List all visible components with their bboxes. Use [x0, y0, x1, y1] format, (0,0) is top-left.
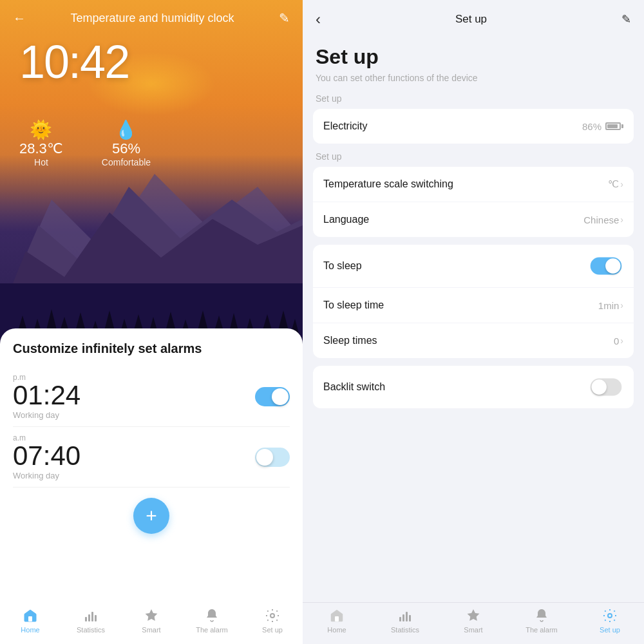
svg-point-28: [270, 614, 274, 618]
section-label-2: Set up: [316, 151, 631, 162]
weather-background: ← Temperature and humidity clock ✎ 10:42…: [0, 0, 303, 348]
temperature-scale-label: Temperature scale switching: [323, 178, 453, 190]
svg-rect-32: [406, 612, 408, 621]
electricity-value: 86%: [582, 121, 623, 132]
star-icon-left: [144, 608, 159, 623]
section-label-1: Set up: [316, 93, 631, 104]
nav-setup-right[interactable]: Set up: [591, 608, 629, 634]
svg-rect-25: [88, 614, 90, 621]
edit-icon-left[interactable]: ✎: [279, 10, 290, 26]
sleep-times-text: 0: [614, 336, 619, 346]
nav-label-setup-left: Set up: [262, 626, 283, 634]
right-panel: ‹ Set up ✎ Set up You can set other func…: [303, 0, 644, 644]
backlit-toggle[interactable]: [591, 379, 622, 396]
right-content: Set up You can set other functions of th…: [303, 39, 644, 602]
settings-row-temperature[interactable]: Temperature scale switching ℃ ›: [313, 167, 634, 202]
svg-rect-31: [402, 614, 404, 621]
left-bottom-card: Customize infinitely set alarms p.m 01:2…: [0, 328, 303, 603]
gear-icon-left: [265, 608, 280, 623]
settings-row-language[interactable]: Language Chinese ›: [313, 202, 634, 237]
add-alarm-button[interactable]: +: [133, 498, 169, 534]
nav-label-alarm-left: The alarm: [196, 626, 228, 634]
battery-body: [605, 122, 621, 130]
time-display: 10:42: [19, 39, 129, 85]
settings-row-sleeptimes[interactable]: Sleep times 0 ›: [313, 323, 634, 358]
settings-row-sleeptime[interactable]: To sleep time 1min ›: [313, 288, 634, 323]
alarm-toggle-2[interactable]: [255, 448, 290, 467]
nav-alarm-left[interactable]: The alarm: [193, 608, 231, 634]
sleep-times-label: Sleep times: [323, 335, 377, 346]
svg-rect-24: [85, 617, 87, 621]
sleep-time-value: 1min ›: [598, 300, 623, 311]
chart-icon-left: [83, 608, 99, 623]
language-text: Chinese: [583, 214, 619, 225]
humidity-item: 💧 56% Comfortable: [102, 119, 151, 167]
language-label: Language: [323, 214, 369, 225]
nav-label-smart-right: Smart: [464, 626, 482, 634]
electricity-percent: 86%: [582, 121, 601, 132]
sleep-toggle[interactable]: [591, 258, 622, 275]
alarm-toggle-1[interactable]: [255, 387, 290, 406]
nav-label-home-right: Home: [327, 626, 346, 634]
nav-label-statistics-left: Statistics: [77, 626, 105, 634]
sleep-times-value: 0 ›: [614, 336, 623, 346]
battery-tip: [621, 124, 623, 128]
language-chevron: ›: [620, 214, 623, 225]
battery-icon: [605, 122, 623, 130]
page-title: Set up: [313, 39, 634, 69]
right-header: ‹ Set up ✎: [303, 0, 644, 39]
gear-icon-right: [602, 608, 618, 623]
droplet-icon: 💧: [115, 119, 137, 140]
star-icon-right: [466, 608, 481, 623]
alarm-time-group-2: a.m 07:40 Working day: [13, 433, 80, 480]
nav-label-home-left: Home: [21, 626, 39, 634]
svg-rect-33: [409, 615, 411, 621]
nav-statistics-right[interactable]: Statistics: [386, 608, 424, 634]
home-icon-right: [329, 608, 345, 623]
settings-card-4: Backlit switch: [313, 366, 634, 408]
sleep-time-label: To sleep time: [323, 299, 384, 311]
settings-row-tosleep[interactable]: To sleep: [313, 245, 634, 288]
nav-home-right[interactable]: Home: [317, 608, 356, 634]
alarm-time-group-1: p.m 01:24 Working day: [13, 373, 80, 420]
temp-label: Hot: [34, 157, 48, 167]
left-panel: ← Temperature and humidity clock ✎ 10:42…: [0, 0, 303, 644]
nav-alarm-right[interactable]: The alarm: [522, 608, 561, 634]
svg-rect-26: [91, 612, 93, 621]
back-icon-right[interactable]: ‹: [316, 10, 321, 28]
settings-card-3: To sleep To sleep time 1min › Sleep time…: [313, 245, 634, 358]
language-value: Chinese ›: [583, 214, 623, 225]
sleep-time-chevron: ›: [620, 300, 623, 310]
back-icon[interactable]: ←: [13, 11, 26, 26]
nav-smart-right[interactable]: Smart: [454, 608, 493, 634]
chart-icon-right: [397, 608, 413, 623]
nav-label-alarm-right: The alarm: [526, 626, 558, 634]
toggle-knob-2: [256, 449, 273, 466]
nav-label-setup-right: Set up: [600, 626, 620, 634]
sleep-time-text: 1min: [598, 300, 620, 311]
nav-label-smart-left: Smart: [142, 626, 160, 634]
page-subtitle: You can set other functions of the devic…: [313, 73, 634, 83]
alarm-time-1: 01:24: [13, 382, 80, 409]
left-header-title: Temperature and humidity clock: [70, 12, 234, 25]
humidity-label: Comfortable: [102, 157, 151, 167]
alarm-item-2: a.m 07:40 Working day: [13, 427, 290, 488]
plus-icon: +: [146, 505, 157, 527]
nav-statistics-left[interactable]: Statistics: [71, 608, 110, 634]
edit-icon-right[interactable]: ✎: [621, 12, 631, 26]
settings-card-1: Electricity 86%: [313, 109, 634, 144]
to-sleep-label: To sleep: [323, 260, 362, 272]
clock-time: 10:42: [19, 39, 129, 85]
sun-icon: 🌞: [30, 119, 52, 140]
nav-setup-left[interactable]: Set up: [253, 608, 292, 634]
svg-rect-30: [399, 617, 401, 621]
nav-home-left[interactable]: Home: [11, 608, 50, 634]
left-header: ← Temperature and humidity clock ✎: [0, 0, 303, 36]
settings-row-electricity[interactable]: Electricity 86%: [313, 109, 634, 144]
bell-icon-right: [534, 608, 549, 623]
nav-smart-left[interactable]: Smart: [132, 608, 171, 634]
temperature-item: 🌞 28.3℃ Hot: [19, 119, 63, 167]
settings-row-backlit[interactable]: Backlit switch: [313, 366, 634, 408]
svg-rect-23: [28, 616, 32, 621]
alarm-days-1: Working day: [13, 410, 80, 420]
